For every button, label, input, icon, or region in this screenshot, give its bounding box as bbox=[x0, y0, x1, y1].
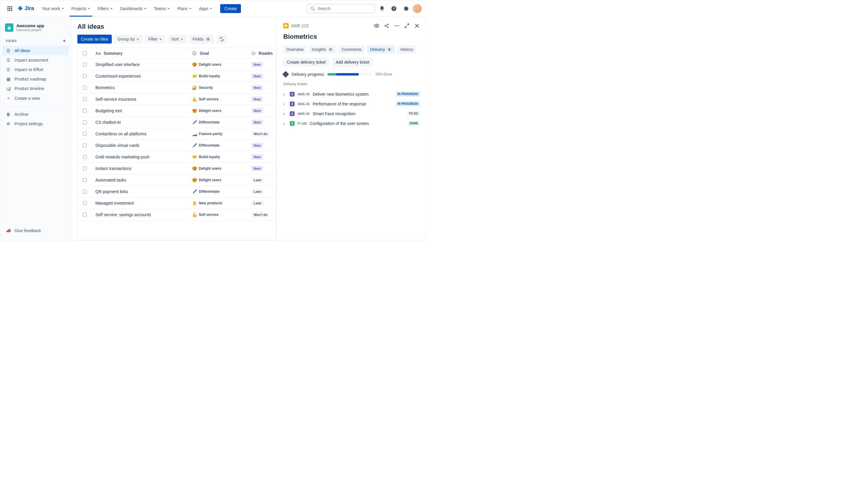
nav-teams[interactable]: Teams bbox=[151, 4, 173, 13]
row-checkbox[interactable] bbox=[83, 120, 87, 124]
col-roadmap[interactable]: Roadm bbox=[259, 51, 273, 56]
table-row[interactable]: Automated tasks 😍Delight users Later bbox=[78, 174, 276, 186]
nav-plans[interactable]: Plans bbox=[174, 4, 195, 13]
sidebar-item-product-roadmap[interactable]: ▦Product roadmap bbox=[3, 74, 69, 84]
nav-projects[interactable]: Projects bbox=[68, 4, 94, 13]
notifications-icon[interactable] bbox=[377, 4, 387, 13]
col-summary[interactable]: Summary bbox=[104, 51, 123, 56]
roadmap-pill: Later bbox=[251, 177, 264, 183]
select-all-checkbox[interactable] bbox=[83, 51, 87, 55]
nav-filters[interactable]: Filters bbox=[95, 4, 116, 13]
sidebar-item-impact-vs-effort[interactable]: ☰Impact vs Effort bbox=[3, 65, 69, 74]
sidebar-item-impact-assesment[interactable]: ☰Impact assesment bbox=[3, 55, 69, 65]
table-row[interactable]: Managed investment ✋New products Later bbox=[78, 197, 276, 209]
share-icon[interactable] bbox=[384, 23, 390, 29]
tab-overview[interactable]: Overview bbox=[283, 45, 306, 54]
sidebar-item-label: Impact assesment bbox=[14, 58, 48, 63]
issue-key[interactable]: AWE-123 bbox=[283, 23, 309, 28]
table-row[interactable]: Self service: savings accounts 💪Self ser… bbox=[78, 209, 276, 221]
delivery-ticket[interactable]: › AWE-45 Deliver new biometrics system I… bbox=[283, 89, 420, 99]
tab-insights[interactable]: Insights5 bbox=[309, 45, 336, 54]
row-summary: Gold rewards marketing push bbox=[95, 155, 150, 159]
goal-pill: 💪Self service bbox=[192, 212, 219, 217]
jira-logo[interactable]: Jira bbox=[17, 5, 34, 12]
timeline-icon: 📊 bbox=[6, 86, 11, 91]
table-row[interactable]: CS chatbot AI 🖊️Differentiate Next bbox=[78, 117, 276, 128]
table-row[interactable]: Budgeting tool 😍Delight users Next bbox=[78, 105, 276, 117]
delivery-ticket[interactable]: › AWE-45 Performance of the response IN … bbox=[283, 99, 420, 109]
close-icon[interactable] bbox=[414, 23, 420, 29]
nav-your-work[interactable]: Your work bbox=[39, 4, 67, 13]
add-delivery-ticket-button[interactable]: Add delivery ticket bbox=[332, 58, 373, 67]
table-row[interactable]: Customised experiences 🤝Build loyalty No… bbox=[78, 70, 276, 82]
row-checkbox[interactable] bbox=[83, 97, 87, 101]
sidebar-item-archive[interactable]: 🗑Archive bbox=[3, 109, 69, 119]
goal-pill: 🔐Security bbox=[192, 85, 213, 90]
fields-button[interactable]: Fields6 bbox=[189, 35, 214, 43]
toolbar: Create an idea Group by+ Filter+ Sort+ F… bbox=[78, 35, 277, 43]
sidebar-item-all-ideas[interactable]: ☰All ideas bbox=[3, 46, 69, 55]
sidebar-item-project-settings[interactable]: ⚙Project settings bbox=[3, 119, 69, 129]
table-row[interactable]: Contactless on all platforms 🏎️Feature p… bbox=[78, 128, 276, 140]
create-delivery-ticket-button[interactable]: Create delivery ticket bbox=[283, 58, 329, 67]
help-icon[interactable]: ? bbox=[389, 4, 399, 13]
nav-dashboards[interactable]: Dashboards bbox=[117, 4, 150, 13]
row-checkbox[interactable] bbox=[83, 143, 87, 148]
user-avatar[interactable] bbox=[413, 4, 422, 13]
add-view-icon[interactable]: + bbox=[63, 38, 66, 43]
sidebar-item-create-a-view[interactable]: ＋Create a view bbox=[3, 93, 69, 103]
row-checkbox[interactable] bbox=[83, 109, 87, 113]
row-checkbox[interactable] bbox=[83, 201, 87, 205]
table-row[interactable]: Self-service insurance 💪Self service Now bbox=[78, 94, 276, 105]
delivery-ticket[interactable]: › IT-100 Configuration of the user scree… bbox=[283, 119, 420, 128]
table-row[interactable]: Disposable virtual cards 🖊️Differentiate… bbox=[78, 140, 276, 151]
settings-icon[interactable] bbox=[401, 4, 410, 13]
refresh-button[interactable] bbox=[217, 35, 227, 43]
delivery-ticket[interactable]: › AWE-55 Smart Face recognition TO DO bbox=[283, 109, 420, 119]
table-row[interactable]: QR payment links 🖊️Differentiate Later bbox=[78, 186, 276, 197]
table-row[interactable]: Gold rewards marketing push 🤝Build loyal… bbox=[78, 151, 276, 163]
col-goal[interactable]: Goal bbox=[200, 51, 209, 56]
nav-apps[interactable]: Apps bbox=[196, 4, 215, 13]
filter-button[interactable]: Filter+ bbox=[145, 35, 165, 43]
create-button[interactable]: Create bbox=[220, 4, 241, 13]
table-row[interactable]: Instant transactions 😍Delight users Next bbox=[78, 163, 276, 174]
tab-history[interactable]: History bbox=[397, 45, 416, 54]
table-row[interactable]: Simplified user interface 😍Delight users… bbox=[78, 59, 276, 70]
tab-delivery[interactable]: Delivery8 bbox=[367, 45, 395, 54]
goal-pill: 😍Delight users bbox=[192, 108, 221, 113]
table-row[interactable]: Biometrics 🔐Security Now bbox=[78, 82, 276, 94]
row-checkbox[interactable] bbox=[83, 74, 87, 78]
project-header[interactable]: ◉ Awesome app Discovery project bbox=[3, 22, 69, 36]
row-checkbox[interactable] bbox=[83, 132, 87, 136]
search-input[interactable]: Search bbox=[307, 4, 375, 13]
row-checkbox[interactable] bbox=[83, 190, 87, 194]
chevron-right-icon[interactable]: › bbox=[283, 92, 287, 97]
roadmap-pill: Now bbox=[251, 73, 263, 79]
more-icon[interactable] bbox=[394, 23, 400, 29]
row-checkbox[interactable] bbox=[83, 86, 87, 90]
give-feedback[interactable]: 📣 Give feedback bbox=[3, 226, 69, 235]
watch-icon[interactable] bbox=[374, 23, 380, 29]
row-checkbox[interactable] bbox=[83, 178, 87, 182]
chevron-right-icon[interactable]: › bbox=[283, 121, 287, 126]
row-checkbox[interactable] bbox=[83, 63, 87, 67]
row-summary: Customised experiences bbox=[95, 74, 141, 78]
dropdown-icon bbox=[192, 51, 197, 56]
row-checkbox[interactable] bbox=[83, 155, 87, 159]
app-switcher-icon[interactable] bbox=[5, 4, 14, 13]
create-idea-button[interactable]: Create an idea bbox=[78, 35, 112, 43]
sidebar-item-product-timeline[interactable]: 📊Product timeline bbox=[3, 84, 69, 93]
svg-line-21 bbox=[386, 26, 388, 27]
tab-comments[interactable]: Comments bbox=[339, 45, 365, 54]
svg-rect-3 bbox=[7, 8, 9, 9]
row-checkbox[interactable] bbox=[83, 166, 87, 170]
group-by-button[interactable]: Group by+ bbox=[114, 35, 143, 43]
chevron-right-icon[interactable]: › bbox=[283, 102, 287, 106]
chevron-right-icon[interactable]: › bbox=[283, 111, 287, 116]
sort-button[interactable]: Sort+ bbox=[168, 35, 187, 43]
detail-title[interactable]: Biometrics bbox=[283, 33, 420, 40]
row-checkbox[interactable] bbox=[83, 213, 87, 217]
expand-icon[interactable] bbox=[404, 23, 410, 29]
row-summary: Self service: savings accounts bbox=[95, 212, 151, 217]
